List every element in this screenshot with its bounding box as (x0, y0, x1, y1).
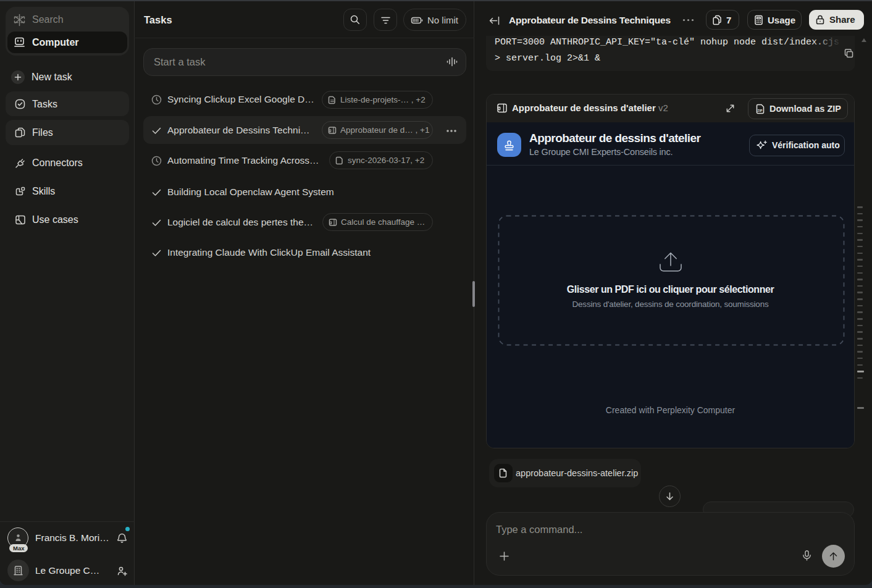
svg-text:ZIP: ZIP (758, 109, 763, 112)
